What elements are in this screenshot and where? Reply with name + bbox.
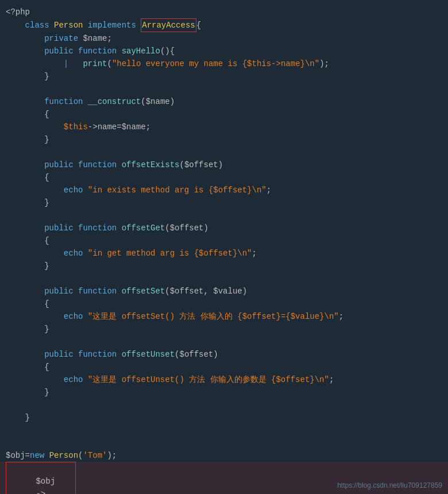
line-16: { <box>0 234 448 247</box>
blank-4 <box>0 272 448 285</box>
line-2: class Person implements ArrayAccess { <box>0 18 448 32</box>
line-8: { <box>0 108 448 121</box>
fn-print: print <box>83 57 107 70</box>
line-5: | print ( "hello everyone my name is {$t… <box>0 57 448 70</box>
line-21: echo "这里是 offsetSet() 方法 你输入的 {$offset}=… <box>0 310 448 323</box>
line-7: function __construct ( $name ) <box>0 95 448 108</box>
code-container: <?php class Person implements ArrayAcces… <box>0 0 448 494</box>
kw-function-2: function <box>44 95 88 108</box>
line-22: } <box>0 323 448 335</box>
line-26: } <box>0 386 448 399</box>
class-person: Person <box>49 449 78 462</box>
line-14: } <box>0 196 448 209</box>
kw-echo-1: echo <box>64 184 88 196</box>
var-name-param: $name <box>122 121 146 133</box>
class-name: Person <box>54 19 88 32</box>
watermark: https://blog.csdn.net/liu709127859 <box>337 481 442 489</box>
php-open-tag: <?php <box>6 6 30 18</box>
kw-public-3: public <box>44 222 78 234</box>
fn-offsetSet: offsetSet <box>122 285 165 298</box>
fn-construct: __construct <box>88 95 141 108</box>
kw-public-4: public <box>44 285 78 298</box>
line-23: public function offsetUnset ( $offset ) <box>0 348 448 361</box>
prop-name: name <box>98 121 117 133</box>
arrayaccess-highlight: ArrayAccess <box>141 18 196 32</box>
kw-public-1: public <box>44 45 78 57</box>
kw-echo-4: echo <box>64 373 88 386</box>
kw-function-6: function <box>78 348 122 361</box>
param-offset-3: $offset <box>170 285 204 298</box>
param-offset-2: $offset <box>170 222 204 234</box>
str-tom: 'Tom' <box>83 449 107 462</box>
str-exists: "in exists method arg is {$offset}\n" <box>88 184 267 196</box>
param-offset-1: $offset <box>184 159 218 171</box>
blank-6 <box>0 399 448 411</box>
fn-offsetUnset: offsetUnset <box>122 348 175 361</box>
kw-new: new <box>30 449 49 462</box>
blank-5 <box>0 335 448 348</box>
kw-public-5: public <box>44 348 78 361</box>
line-9: $this -> name = $name ; <box>0 121 448 133</box>
kw-public-2: public <box>44 159 78 171</box>
blank-7 <box>0 424 448 437</box>
line-13: echo "in exists method arg is {$offset}\… <box>0 184 448 196</box>
line-18: } <box>0 260 448 272</box>
line-4: public function sayHello (){ <box>0 45 448 57</box>
var-this-1: $this <box>64 121 88 133</box>
line-25: echo "这里是 offsetUnset() 方法 你输入的参数是 {$off… <box>0 373 448 386</box>
line-10: } <box>0 133 448 146</box>
kw-echo-3: echo <box>64 310 88 323</box>
blank-3 <box>0 209 448 222</box>
blank-1 <box>0 83 448 95</box>
str-offsetset: "这里是 offsetSet() 方法 你输入的 {$offset}={$val… <box>88 310 339 323</box>
line-15: public function offsetGet ( $offset ) <box>0 222 448 234</box>
line-24: { <box>0 361 448 373</box>
blank-8 <box>0 437 448 449</box>
line-19: public function offsetSet ( $offset , $v… <box>0 285 448 298</box>
line-12: { <box>0 171 448 184</box>
kw-implements: implements <box>88 19 141 32</box>
str-offsetunset: "这里是 offsetUnset() 方法 你输入的参数是 {$offset}\… <box>88 373 329 386</box>
var-obj-2: $obj <box>36 477 55 486</box>
str-hello: "hello everyone my name is {$this->name}… <box>112 57 319 70</box>
line-3: private $name; <box>0 32 448 45</box>
param-name: $name <box>146 95 170 108</box>
kw-class: class <box>25 19 54 32</box>
kw-function-3: function <box>78 159 122 171</box>
kw-private: private <box>44 32 83 45</box>
line-27: } <box>0 411 448 424</box>
var-name: $name; <box>83 32 111 45</box>
fn-offsetExists: offsetExists <box>122 159 180 171</box>
fn-offsetGet: offsetGet <box>122 222 165 234</box>
blank-2 <box>0 146 448 159</box>
kw-function-4: function <box>78 222 122 234</box>
line-20: { <box>0 298 448 310</box>
line-17: echo "in get method arg is {$offset}\n" … <box>0 247 448 260</box>
kw-echo-2: echo <box>64 247 88 260</box>
var-obj-1: $obj <box>6 449 25 462</box>
line-1: <?php <box>0 6 448 18</box>
line-6: } <box>0 70 448 83</box>
param-value: $value <box>213 285 242 298</box>
fn-sayHello: sayHello <box>122 45 160 57</box>
str-get: "in get method arg is {$offset}\n" <box>88 247 252 260</box>
kw-function-1: function <box>78 45 122 57</box>
sayHello-highlight: $obj -> sayHello (); <box>6 462 76 494</box>
kw-function-5: function <box>78 285 122 298</box>
line-11: public function offsetExists ( $offset ) <box>0 159 448 171</box>
param-offset-4: $offset <box>179 348 213 361</box>
line-28: $obj = new Person ( 'Tom' ); <box>0 449 448 462</box>
